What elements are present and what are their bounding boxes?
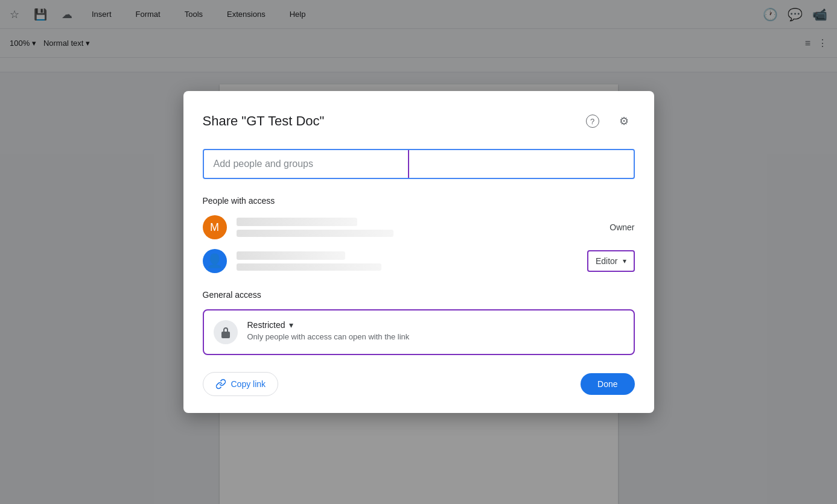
avatar-owner: M: [203, 215, 227, 239]
person-name-editor: [237, 251, 345, 260]
person-name-owner: [237, 218, 357, 226]
help-button[interactable]: ?: [582, 110, 603, 132]
avatar-editor: 👤: [203, 249, 227, 273]
access-info: Restricted ▾ Only people with access can…: [247, 320, 624, 341]
access-type-label: Restricted: [247, 320, 285, 330]
person-role-owner: Owner: [609, 222, 634, 232]
general-access-title: General access: [203, 290, 635, 300]
search-left-section: Add people and groups: [204, 150, 409, 178]
people-section-title: People with access: [203, 196, 635, 206]
person-email-editor: [237, 263, 381, 271]
modal-overlay: Share "GT Test Doc" ? ⚙ Add people and g…: [0, 0, 837, 504]
link-icon: [215, 379, 226, 389]
modal-title: Share "GT Test Doc": [203, 113, 325, 129]
people-list: People with access M Owner 👤 Editor: [203, 196, 635, 273]
general-access-section: General access Restricted ▾ Only: [203, 290, 635, 355]
modal-header-icons: ? ⚙: [582, 110, 635, 132]
person-row-owner: M Owner: [203, 215, 635, 239]
person-info-owner: [237, 218, 610, 237]
access-type-dropdown[interactable]: Restricted ▾: [247, 320, 293, 330]
access-description: Only people with access can open with th…: [247, 332, 624, 341]
search-input[interactable]: [419, 159, 624, 169]
search-placeholder: Add people and groups: [214, 159, 313, 169]
access-dropdown-arrow: ▾: [289, 320, 293, 330]
settings-icon: ⚙: [619, 115, 629, 128]
search-container[interactable]: Add people and groups: [203, 149, 635, 179]
editor-role-label: Editor: [596, 256, 618, 266]
settings-button[interactable]: ⚙: [613, 110, 635, 132]
editor-role-dropdown[interactable]: Editor ▾: [587, 250, 635, 272]
copy-link-label: Copy link: [231, 379, 266, 389]
person-email-owner: [237, 230, 393, 237]
search-right-section[interactable]: [409, 150, 634, 178]
help-icon: ?: [586, 115, 599, 128]
done-label: Done: [597, 379, 617, 389]
svg-rect-0: [221, 332, 230, 338]
lock-icon: [214, 320, 238, 344]
copy-link-button[interactable]: Copy link: [203, 372, 279, 396]
access-dropdown-row: Restricted ▾: [247, 320, 624, 330]
modal-header: Share "GT Test Doc" ? ⚙: [203, 110, 635, 132]
share-modal: Share "GT Test Doc" ? ⚙ Add people and g…: [183, 91, 654, 413]
done-button[interactable]: Done: [581, 373, 634, 395]
person-info-editor: [237, 251, 587, 271]
dropdown-arrow-icon: ▾: [623, 257, 626, 265]
modal-footer: Copy link Done: [203, 372, 635, 396]
access-box: Restricted ▾ Only people with access can…: [203, 309, 635, 355]
person-row-editor: 👤 Editor ▾: [203, 249, 635, 273]
